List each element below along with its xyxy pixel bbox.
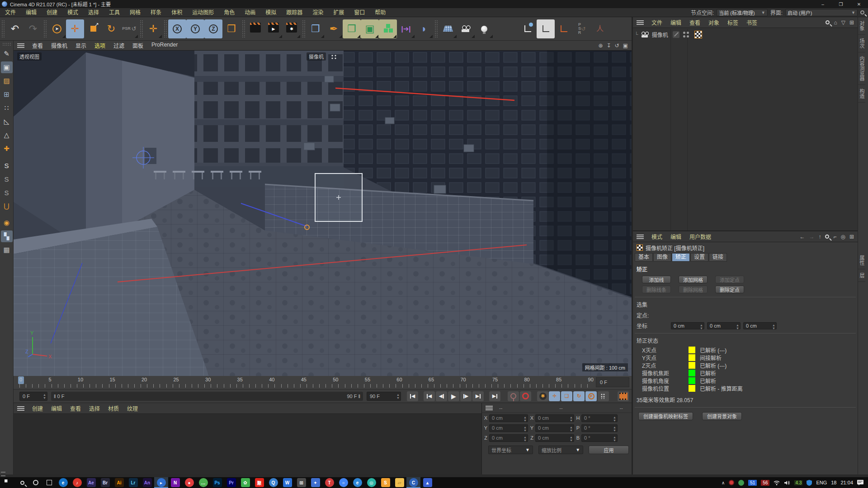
- cortana-icon[interactable]: [29, 477, 42, 488]
- apply-button[interactable]: 应用: [589, 446, 629, 454]
- ie-browser-icon[interactable]: e: [350, 477, 364, 488]
- stepper-icon[interactable]: ▲▼: [700, 324, 703, 330]
- language-indicator[interactable]: ENG: [816, 480, 827, 485]
- ime-indicator[interactable]: 18: [831, 480, 836, 485]
- target-icon[interactable]: ◎: [840, 234, 845, 240]
- dock-tab[interactable]: 场次: [858, 35, 865, 52]
- range-end-handle[interactable]: 90 F ‖: [347, 394, 360, 399]
- undo-button[interactable]: ↶: [6, 19, 24, 38]
- viewport-sync-icon[interactable]: ⊕: [598, 42, 603, 49]
- menu-item[interactable]: 运动图形: [187, 8, 219, 17]
- axis-modify-button[interactable]: [555, 19, 573, 38]
- render-view-button[interactable]: [246, 19, 264, 38]
- viewport[interactable]: 查看摄像机显示选项过滤面板ProRender ⊕ ↧ ↺ ▣: [14, 41, 632, 376]
- calculator-icon[interactable]: ⊞: [294, 477, 308, 488]
- viewport-menu-item[interactable]: 显示: [71, 42, 90, 49]
- polygons-mode-icon[interactable]: △: [1, 129, 13, 141]
- attribute-tab[interactable]: 链接: [709, 253, 727, 262]
- object-menu-item[interactable]: 书签: [742, 19, 761, 26]
- snap-settings-icon[interactable]: ▦: [1, 244, 13, 256]
- after-effects-icon[interactable]: Ae: [84, 477, 98, 488]
- toolbar-grip[interactable]: [140, 20, 143, 38]
- task-view-icon[interactable]: [42, 477, 56, 488]
- dock-tab[interactable]: 构造: [858, 85, 865, 103]
- menu-item[interactable]: 样条: [146, 8, 166, 17]
- attribute-menu-item[interactable]: 模式: [647, 233, 666, 240]
- size-field[interactable]: 0 cm▲▼: [535, 414, 574, 422]
- add-icon[interactable]: ⊞: [849, 19, 854, 26]
- workplane-snap-icon[interactable]: ▚: [1, 230, 13, 242]
- object-menu-item[interactable]: 编辑: [666, 19, 685, 26]
- stepper-icon[interactable]: ▲▼: [736, 324, 739, 330]
- menu-item[interactable]: 窗口: [349, 8, 370, 17]
- material-menu-item[interactable]: 选择: [85, 404, 104, 412]
- stepper-icon[interactable]: ▲▼: [570, 426, 573, 432]
- render-picture-viewer-button[interactable]: ▶: [264, 19, 283, 38]
- calibration-action-button[interactable]: 添加网格: [679, 276, 708, 283]
- lock-icon[interactable]: ⌐: [833, 234, 836, 240]
- menu-item[interactable]: 工具: [104, 8, 125, 17]
- preview-range-slider[interactable]: ‖ 0 F 90 F ‖: [51, 392, 363, 401]
- material-menu-item[interactable]: 纹理: [123, 404, 142, 412]
- illustrator-icon[interactable]: Ai: [112, 477, 126, 488]
- workplane-mode-icon[interactable]: ⊞: [1, 89, 13, 100]
- viewport-undo-icon[interactable]: ↺: [615, 42, 619, 49]
- object-hamburger-icon[interactable]: [637, 20, 644, 25]
- edges-mode-icon[interactable]: ◺: [1, 116, 13, 127]
- viewport-menu-item[interactable]: 摄像机: [47, 42, 71, 49]
- visibility-dots-icon[interactable]: [683, 32, 689, 38]
- toolbar-grip[interactable]: [242, 20, 245, 38]
- object-menu-item[interactable]: 对象: [704, 19, 723, 26]
- material-menu-item[interactable]: 创建: [28, 404, 47, 412]
- texture-mode-icon[interactable]: ▨: [1, 75, 13, 87]
- tray-badge-blue[interactable]: 51: [748, 480, 757, 486]
- axis-move-tool[interactable]: ✛: [144, 19, 162, 38]
- stepper-icon[interactable]: ▲▼: [43, 393, 46, 399]
- toolbar-grip[interactable]: [164, 20, 167, 38]
- palette-grip[interactable]: [2, 42, 11, 46]
- perf-monitor[interactable]: 4.3: [794, 480, 802, 485]
- filter-icon[interactable]: ▽: [841, 19, 845, 26]
- menu-item[interactable]: 网格: [125, 8, 146, 17]
- camera-pivot-icon[interactable]: [331, 54, 337, 60]
- record-rotation-button[interactable]: ↻: [573, 391, 585, 401]
- attribute-tab[interactable]: 图像: [653, 253, 671, 262]
- stepper-icon[interactable]: ▲▼: [524, 436, 527, 442]
- defender-shield-icon[interactable]: [807, 480, 812, 486]
- menu-item[interactable]: 编辑: [21, 8, 42, 17]
- attribute-menu-item[interactable]: 用户数据: [685, 233, 715, 240]
- solo-hierarchy-icon[interactable]: S: [1, 187, 13, 198]
- stepper-icon[interactable]: ▲▼: [613, 426, 616, 432]
- add-spline-button[interactable]: ✒: [325, 19, 343, 38]
- size-field[interactable]: 0 cm▲▼: [535, 424, 574, 432]
- chrome-icon[interactable]: ○: [336, 477, 350, 488]
- record-key-button[interactable]: [508, 391, 519, 401]
- tim-icon[interactable]: T: [322, 477, 336, 488]
- stepper-icon[interactable]: ▲▼: [524, 416, 527, 422]
- green-app-icon[interactable]: ✿: [238, 477, 252, 488]
- solo-single-icon[interactable]: S: [1, 173, 13, 185]
- coordinate-system-button[interactable]: ❒: [222, 19, 241, 38]
- user-tray-icon[interactable]: [738, 480, 744, 486]
- material-menu-item[interactable]: 查看: [66, 404, 85, 412]
- parent-icon[interactable]: ↑: [818, 234, 821, 240]
- object-menu-item[interactable]: 查看: [685, 19, 704, 26]
- viewport-hamburger-icon[interactable]: [17, 43, 24, 48]
- lock-y-axis-button[interactable]: Y: [186, 19, 204, 38]
- move-tool[interactable]: ✛: [66, 19, 84, 38]
- record-position-button[interactable]: ✛: [549, 391, 560, 401]
- viewport-menu-item[interactable]: 过滤: [109, 42, 128, 49]
- onenote-icon[interactable]: N: [168, 477, 182, 488]
- world-coordinate-button[interactable]: [519, 19, 537, 38]
- create-button[interactable]: 创建背景对象: [702, 412, 742, 420]
- record-scale-button[interactable]: ❏: [561, 391, 572, 401]
- stepper-icon[interactable]: ▲▼: [396, 393, 400, 399]
- range-start-handle[interactable]: ‖ 0 F: [54, 394, 65, 399]
- points-mode-icon[interactable]: ∷: [1, 102, 13, 114]
- viewport-save-icon[interactable]: ↧: [607, 42, 611, 49]
- add-camera-button[interactable]: [457, 19, 475, 38]
- record-pla-button[interactable]: [598, 391, 609, 401]
- clock[interactable]: 21:04: [840, 480, 853, 485]
- toolbar-grip[interactable]: [434, 20, 438, 38]
- pin-coordinate-field[interactable]: 0 cm▲▼: [743, 322, 777, 329]
